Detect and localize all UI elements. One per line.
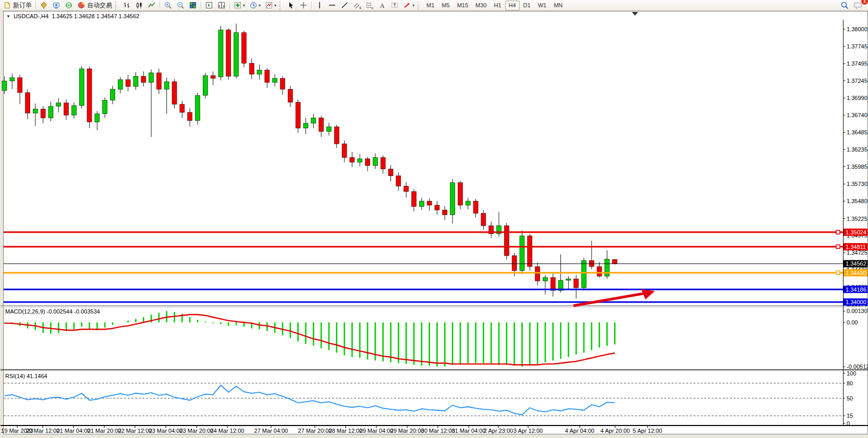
autotrading-button[interactable]: 自动交易 (75, 0, 114, 10)
svg-text:E: E (360, 6, 362, 9)
profile-icon (40, 1, 48, 9)
tester-icon (52, 1, 60, 9)
arrange-windows-button[interactable] (203, 0, 215, 10)
arrows-icon (403, 1, 411, 9)
tf-m15[interactable]: M15 (454, 1, 472, 10)
templates-icon (265, 1, 273, 9)
bar-chart-button[interactable] (120, 0, 133, 10)
new-order-button[interactable]: 新订单 (1, 0, 34, 10)
cascade-windows-button[interactable] (215, 0, 228, 10)
vertical-line-button[interactable] (313, 0, 326, 10)
candlestick-chart-button[interactable] (133, 0, 145, 10)
tf-m30[interactable]: M30 (472, 1, 490, 10)
toolbar-separator (201, 2, 201, 9)
equidistant-channel-icon: E (353, 1, 361, 9)
autotrading-button-label: 自动交易 (87, 1, 112, 10)
indicators-button[interactable]: ▾ (231, 0, 247, 10)
crosshair-icon (299, 1, 308, 9)
chevron-down-icon[interactable]: ▾ (259, 3, 261, 8)
text-button[interactable]: A (376, 0, 388, 10)
toolbar-separator (160, 2, 160, 9)
mt4-application: 新订单自动交易▾▾▾EFAT▾M1M5M15M30H1H4D1W1MN1 ▼ U… (0, 0, 868, 438)
strategy-tester-button[interactable] (50, 0, 63, 10)
vertical-line-icon (315, 1, 324, 9)
horizontal-line-button[interactable] (326, 0, 338, 10)
chevron-down-icon[interactable]: ▾ (243, 3, 245, 8)
svg-text:A: A (380, 2, 385, 9)
line-chart-icon (148, 1, 156, 9)
fibonacci-icon: F (365, 1, 374, 9)
indicators-icon (234, 1, 242, 9)
toolbar-separator (115, 2, 118, 9)
autotrading-icon (77, 1, 85, 9)
tf-m5[interactable]: M5 (438, 1, 453, 10)
svg-text:T: T (393, 3, 396, 8)
news-button[interactable] (63, 0, 75, 10)
svg-text:F: F (372, 7, 374, 10)
templates-button[interactable]: ▾ (263, 0, 278, 10)
zoom-in-button[interactable] (162, 0, 174, 10)
search-icon (840, 1, 849, 10)
zoom-out-button[interactable] (174, 0, 187, 10)
toolbar-separator (418, 2, 421, 9)
chart-window[interactable] (3, 11, 868, 434)
line-chart-button[interactable] (145, 0, 158, 10)
chart-symbol-period: USDCAD-,H4 (14, 13, 48, 19)
text-label-icon: T (390, 1, 399, 9)
zoom-out-icon (176, 1, 185, 9)
new-order-button-label: 新订单 (13, 1, 32, 10)
arrows-button[interactable]: ▾ (401, 0, 417, 10)
main-toolbar: 新订单自动交易▾▾▾EFAT▾M1M5M15M30H1H4D1W1MN1 (0, 0, 868, 11)
arrange-windows-icon (205, 1, 213, 9)
tf-d1[interactable]: D1 (520, 1, 534, 10)
text-icon: A (378, 1, 386, 9)
notification-badge: 1 (861, 0, 868, 5)
toolbar-separator (229, 2, 230, 9)
zoom-in-icon (164, 1, 172, 9)
chart-ohlc-values: 1.34625 1.34628 1.34547 1.34562 (52, 13, 139, 19)
tf-h1[interactable]: H1 (490, 1, 505, 10)
toolbar-right-group: 1 (838, 0, 868, 10)
news-icon (65, 1, 73, 9)
chevron-down-icon[interactable]: ▾ (274, 3, 276, 8)
profile-button[interactable] (38, 0, 50, 10)
trendline-icon (340, 1, 349, 9)
new-order-icon (3, 1, 11, 9)
horizontal-line-icon (328, 1, 336, 9)
tf-mn[interactable]: MN (550, 1, 566, 10)
tf-h4[interactable]: H4 (505, 1, 520, 10)
cursor-button[interactable] (285, 0, 297, 10)
candlestick-chart-icon (135, 1, 143, 9)
cascade-windows-icon (217, 1, 226, 9)
crosshair-button[interactable] (297, 0, 310, 10)
chevron-down-icon[interactable]: ▾ (412, 3, 414, 8)
text-label-button[interactable]: T (388, 0, 401, 10)
toolbar-separator (35, 2, 36, 9)
toolbar-separator (311, 2, 312, 9)
fibonacci-button[interactable]: F (363, 0, 376, 10)
periods-button[interactable]: ▾ (247, 0, 263, 10)
chart-dropdown-icon[interactable]: ▼ (6, 14, 10, 19)
periods-icon (249, 1, 258, 9)
tile-windows-button[interactable] (187, 0, 199, 10)
tf-m1[interactable]: M1 (423, 1, 438, 10)
cursor-icon (287, 1, 295, 9)
trendline-button[interactable] (338, 0, 351, 10)
search-button[interactable] (838, 0, 851, 10)
equidistant-channel-button[interactable]: E (351, 0, 363, 10)
toolbar-separator (279, 2, 283, 9)
bar-chart-icon (123, 1, 131, 9)
tile-windows-icon (189, 1, 197, 9)
chart-titlebar[interactable]: ▼ USDCAD-,H4 1.34625 1.34628 1.34547 1.3… (6, 13, 139, 19)
tf-w1[interactable]: W1 (534, 1, 551, 10)
